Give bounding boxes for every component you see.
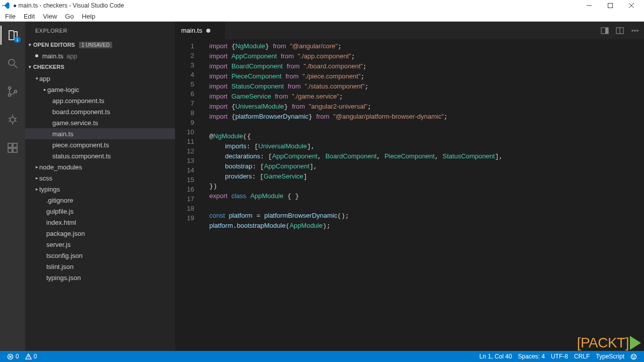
svg-line-13 — [15, 118, 17, 119]
tree-item-label: gulpfile.js — [46, 208, 73, 215]
svg-rect-21 — [605, 28, 608, 34]
status-encoding[interactable]: UTF-8 — [548, 351, 571, 362]
svg-line-12 — [9, 118, 10, 119]
svg-rect-17 — [13, 143, 17, 147]
activity-explorer[interactable]: 1 — [1, 26, 25, 45]
unsaved-badge: 1 UNSAVED — [79, 42, 112, 48]
project-header[interactable]: ▾ CHECKERS — [25, 61, 175, 72]
tree-item-label: typings — [39, 186, 60, 193]
vscode-logo-icon — [2, 2, 10, 10]
svg-point-26 — [637, 30, 638, 31]
file-item[interactable]: status.component.ts — [25, 150, 175, 161]
open-editor-dir: app — [66, 52, 77, 60]
status-cursor[interactable]: Ln 1, Col 40 — [476, 351, 515, 362]
more-icon[interactable] — [631, 27, 639, 35]
svg-line-14 — [9, 121, 10, 122]
file-item[interactable]: game.service.ts — [25, 117, 175, 128]
menu-view[interactable]: View — [39, 13, 61, 20]
close-button[interactable] — [621, 0, 642, 11]
editor-actions — [596, 22, 644, 39]
status-errors[interactable]: 0 — [4, 351, 22, 362]
status-language[interactable]: TypeScript — [593, 351, 627, 362]
activity-search[interactable] — [1, 54, 25, 73]
open-editor-filename: main.ts — [42, 52, 63, 60]
sidebar-title: EXPLORER — [25, 22, 175, 39]
tree-item-label: tsconfig.json — [46, 252, 83, 259]
chevron-down-icon: ▾ — [34, 76, 39, 81]
menu-go[interactable]: Go — [61, 13, 77, 20]
open-editors-label: OPEN EDITORS — [33, 42, 75, 48]
tree-item-label: game-logic — [47, 86, 79, 94]
tree-item-label: .gitignore — [46, 197, 73, 204]
file-tree: ▾app▸game-logicapp.component.tsboard.com… — [25, 72, 175, 283]
layout-icon[interactable] — [616, 27, 624, 35]
activity-debug[interactable] — [1, 110, 25, 129]
tree-item-label: game.service.ts — [52, 119, 98, 127]
editor-tabs: main.ts — [175, 22, 644, 39]
split-editor-icon[interactable] — [601, 27, 609, 35]
file-item[interactable]: typings.json — [25, 272, 175, 283]
tree-item-label: package.json — [46, 230, 85, 237]
sidebar: EXPLORER ▾ OPEN EDITORS 1 UNSAVED main.t… — [25, 22, 175, 351]
file-item[interactable]: tsconfig.json — [25, 250, 175, 261]
svg-rect-18 — [8, 148, 12, 152]
folder-item[interactable]: ▸scss — [25, 172, 175, 184]
folder-item[interactable]: ▸node_modules — [25, 161, 175, 172]
editor-group: main.ts 12345678910111213141516171819 im… — [175, 22, 644, 351]
file-item[interactable]: app.component.ts — [25, 95, 175, 106]
menu-edit[interactable]: Edit — [20, 13, 39, 20]
activity-source-control[interactable] — [1, 82, 25, 101]
status-spaces[interactable]: Spaces: 4 — [515, 351, 548, 362]
code-editor[interactable]: 12345678910111213141516171819 import {Ng… — [175, 39, 644, 351]
menu-help[interactable]: Help — [78, 13, 100, 20]
tree-item-label: server.js — [46, 241, 70, 248]
activity-bar: 1 — [0, 22, 25, 351]
folder-item[interactable]: ▸game-logic — [25, 84, 175, 95]
svg-point-7 — [9, 94, 11, 97]
tab-label: main.ts — [181, 27, 202, 34]
project-name: CHECKERS — [33, 64, 64, 70]
file-item[interactable]: server.js — [25, 239, 175, 250]
tree-item-label: piece.component.ts — [52, 141, 109, 149]
window-title: ● main.ts - checkers - Visual Studio Cod… — [13, 2, 579, 9]
tree-item-label: app.component.ts — [52, 97, 104, 105]
status-eol[interactable]: CRLF — [571, 351, 593, 362]
folder-item[interactable]: ▸typings — [25, 184, 175, 195]
folder-item[interactable]: ▾app — [25, 73, 175, 84]
file-item[interactable]: main.ts — [25, 128, 175, 139]
explorer-badge: 1 — [14, 37, 21, 43]
svg-rect-1 — [608, 4, 613, 8]
svg-line-15 — [15, 121, 17, 122]
open-editor-item[interactable]: main.ts app — [25, 50, 175, 61]
svg-rect-19 — [13, 148, 17, 152]
tree-item-label: status.component.ts — [52, 152, 111, 160]
file-item[interactable]: piece.component.ts — [25, 139, 175, 150]
svg-point-4 — [9, 59, 15, 65]
tree-item-label: index.html — [46, 219, 76, 226]
dirty-indicator-icon — [206, 29, 210, 33]
chevron-right-icon: ▸ — [34, 164, 39, 169]
minimize-button[interactable] — [579, 0, 600, 11]
file-item[interactable]: package.json — [25, 228, 175, 239]
maximize-button[interactable] — [600, 0, 621, 11]
file-item[interactable]: index.html — [25, 217, 175, 228]
tab-main-ts[interactable]: main.ts — [175, 22, 225, 39]
tree-item-label: app — [39, 75, 50, 82]
svg-point-33 — [632, 355, 633, 356]
file-item[interactable]: tslint.json — [25, 261, 175, 272]
status-feedback[interactable] — [627, 351, 640, 362]
file-item[interactable]: board.component.ts — [25, 106, 175, 117]
code-content[interactable]: import {NgModule} from "@angular/core"; … — [203, 39, 644, 351]
svg-rect-16 — [8, 143, 12, 147]
open-editors-header[interactable]: ▾ OPEN EDITORS 1 UNSAVED — [25, 39, 175, 50]
svg-point-32 — [631, 354, 636, 359]
statusbar: 0 0 Ln 1, Col 40 Spaces: 4 UTF-8 CRLF Ty… — [0, 351, 644, 362]
chevron-down-icon: ▾ — [27, 64, 32, 69]
svg-point-24 — [632, 30, 633, 31]
activity-extensions[interactable] — [1, 138, 25, 157]
file-item[interactable]: .gitignore — [25, 195, 175, 206]
status-warnings[interactable]: 0 — [22, 351, 40, 362]
tree-item-label: board.component.ts — [52, 108, 110, 116]
menu-file[interactable]: File — [1, 13, 20, 20]
file-item[interactable]: gulpfile.js — [25, 206, 175, 217]
